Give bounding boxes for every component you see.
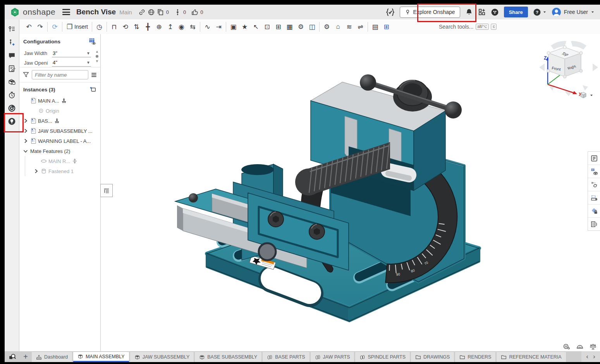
section-view-icon[interactable]: ◫ [306,21,318,32]
tree-item-bas[interactable]: BAS... [19,116,100,126]
parallel-mate-icon[interactable]: ⇆ [187,21,198,32]
select-part-icon[interactable]: ↖ [250,21,261,32]
ball-mate-icon[interactable]: ◉ [176,21,187,32]
chevron-right-icon[interactable] [33,168,39,174]
configuration-table-icon[interactable] [89,38,96,45]
scale-icon[interactable] [589,343,597,350]
comments-icon[interactable] [6,49,18,62]
new-tab-button[interactable]: + [19,351,32,362]
tab-dashboard[interactable]: Dashboard [32,352,72,362]
copies-icon[interactable] [157,9,164,16]
tree-item-warning-label-a[interactable]: WARNING LABEL - A... [19,136,100,146]
extensions-icon[interactable] [491,8,499,16]
tab-jaw-subassembly[interactable]: JAW SUBASSEMBLY [130,352,194,362]
main-menu-icon[interactable] [62,9,70,15]
community-icon[interactable] [6,101,18,115]
filter-by-name-input[interactable] [32,70,88,79]
insert-icon[interactable]: ❐ [64,21,75,32]
tree-item-jaw-subassembly[interactable]: JAW SUBASSEMBLY ... [19,126,100,136]
config-value-dropdown[interactable]: 4"▼ [52,59,91,67]
toggle-icon[interactable]: ⇌ [355,21,366,32]
mate-connector-icon[interactable]: ★ [239,21,250,32]
panel-appearance-lock-icon[interactable] [588,204,600,218]
tree-item-mate-features-2[interactable]: Mate Features (2) [19,146,100,156]
config-scroll[interactable]: ▲▼ [95,50,99,63]
feature-script-icon[interactable] [386,8,395,17]
panel-collapse-tab[interactable] [100,184,113,197]
tab-jaw-parts[interactable]: JAW PARTS [311,352,354,362]
user-avatar[interactable] [552,7,561,17]
panel-config-cube-icon[interactable] [588,165,600,178]
filter-funnel-icon[interactable] [22,71,29,78]
redo-icon[interactable]: ↷ [34,21,46,32]
tree-item-fastened-1[interactable]: Fastened 1 [25,166,100,176]
view-mode-selector[interactable] [579,91,593,99]
bench-vise-model[interactable]: WARNING 90 80 70 [101,34,600,351]
panel-custom-table-icon[interactable] [588,218,600,230]
chevron-right-icon[interactable] [22,118,29,124]
release-icon[interactable] [6,75,18,88]
chevron-right-icon[interactable] [22,138,29,144]
cylindrical-mate-icon[interactable]: ⊕ [153,21,165,32]
user-caret-icon[interactable] [591,10,595,14]
workspace-name[interactable]: Main [119,9,132,15]
panel-features-list-icon[interactable] [588,152,600,165]
help-caret-icon[interactable] [543,10,547,14]
tree-item-origin[interactable]: Origin [19,106,100,116]
revolute-mate-icon[interactable]: ⟲ [120,21,131,32]
search-tabs-tile[interactable] [5,351,19,362]
protractor-icon[interactable] [576,343,584,350]
new-studio-icon[interactable]: ⊞ [381,21,392,32]
public-globe-icon[interactable] [148,9,155,16]
help-icon[interactable]: ? [533,8,541,16]
tab-main-assembly[interactable]: MAIN ASSEMBLY [73,352,129,362]
tangent-mate-icon[interactable]: ∿ [202,21,213,32]
tab-nav-next[interactable]: › [593,353,595,361]
panel-derived-icon[interactable] [588,178,600,191]
limit-mate-icon[interactable]: ⇥ [213,21,224,32]
slider-mate-icon[interactable]: ⇅ [131,21,142,32]
app-store-icon[interactable] [478,8,486,16]
tab-base-parts[interactable]: BASE PARTS [263,352,309,362]
config-value-dropdown[interactable]: 3"▼ [52,50,91,57]
relations-icon[interactable]: ⚙ [295,21,306,32]
notes-icon[interactable] [6,62,18,75]
tab-base-subassembly[interactable]: BASE SUBASSEMBLY [195,352,261,362]
share-button[interactable]: Share [504,7,528,17]
notifications-bell-icon[interactable] [465,8,473,16]
learning-center-icon[interactable] [6,115,18,128]
pin-slot-mate-icon[interactable]: ↥ [165,21,176,32]
update-assembly-icon[interactable]: ⟳ [49,21,60,32]
versions-icon[interactable] [6,36,18,49]
share-link-icon[interactable] [138,9,146,16]
tab-nav-prev[interactable]: ‹ [586,353,588,361]
add-instance-icon[interactable] [89,86,96,93]
undo-icon[interactable]: ↶ [23,21,34,32]
display-states-icon[interactable]: ▤ [370,21,381,32]
spring-icon[interactable]: ≋ [344,21,355,32]
fastened-mate-icon[interactable]: ⊓ [108,21,120,32]
tape-measure-icon[interactable] [563,343,571,350]
panel-sketch-icon[interactable] [588,191,600,204]
tab-spindle-parts[interactable]: SPINDLE PARTS [355,352,410,362]
gear-features-icon[interactable]: ⚙ [321,21,332,32]
chevron-right-icon[interactable] [22,128,29,134]
tab-renders[interactable]: RENDERS [455,352,495,362]
model-viewport[interactable]: WARNING 90 80 70 [101,34,600,351]
named-positions-icon[interactable]: ⊡ [261,21,273,32]
box-select-icon[interactable]: ▣ [228,21,239,32]
tree-item-main-a[interactable]: MAIN A... [19,96,100,106]
pattern-icon[interactable]: ▦ [284,21,295,32]
onshape-logo-icon[interactable] [10,7,20,17]
replicate-icon[interactable]: ⊞ [273,21,284,32]
planar-mate-icon[interactable]: ╋ [142,21,153,32]
tab-drawings[interactable]: DRAWINGS [411,352,454,362]
like-icon[interactable] [191,9,198,16]
document-structure-icon[interactable] [6,22,18,36]
history-icon[interactable] [6,88,18,101]
motion-icon[interactable]: ⌂ [332,21,344,32]
versions-dots-icon[interactable] [174,9,181,16]
tab-reference-materia[interactable]: REFERENCE MATERIA [497,352,566,362]
explore-onshape-button[interactable]: Explore Onshape [400,7,460,18]
tree-item-main-r[interactable]: MAIN R... [25,156,100,166]
